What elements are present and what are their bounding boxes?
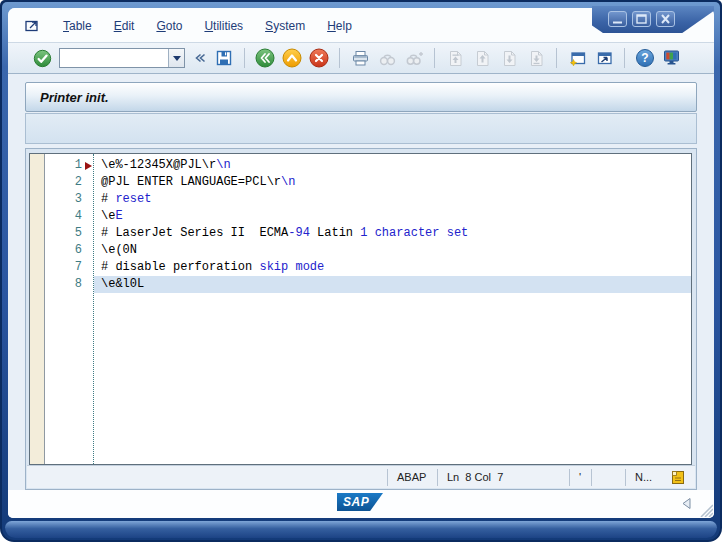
- menu-goto[interactable]: Goto: [145, 17, 193, 35]
- svg-text:?: ?: [641, 51, 648, 65]
- line-number: 4: [46, 208, 82, 225]
- code-text: # disable perforation skip mode: [94, 259, 691, 276]
- text-editor[interactable]: 1\e%-12345X@PJL\r\n2@PJL ENTER LANGUAGE=…: [29, 153, 692, 465]
- enter-check-icon: [33, 49, 52, 68]
- back-icon: [255, 48, 275, 68]
- help-icon: ?: [635, 48, 655, 68]
- code-line[interactable]: 6\e(0N: [30, 242, 691, 259]
- help-button[interactable]: ?: [635, 48, 655, 68]
- code-line[interactable]: 3# reset: [30, 191, 691, 208]
- code-line[interactable]: 4\eE: [30, 208, 691, 225]
- line-number: 5: [46, 225, 82, 242]
- code-line[interactable]: 1\e%-12345X@PJL\r\n: [30, 157, 691, 174]
- command-field[interactable]: [59, 48, 185, 68]
- system-menu-icon[interactable]: [24, 17, 44, 33]
- status-segment: ': [569, 469, 591, 486]
- save-icon: [215, 49, 233, 67]
- enter-button[interactable]: [32, 48, 52, 68]
- monitor-layout-icon: [662, 48, 682, 68]
- double-chevron-left-icon: [193, 50, 207, 66]
- command-dropdown-button[interactable]: [168, 49, 184, 67]
- code-text: \e&l0L: [94, 276, 691, 293]
- standard-toolbar: ?: [8, 42, 714, 74]
- new-session-button[interactable]: [567, 48, 587, 68]
- status-segment: Ln 8 Col 7: [437, 469, 569, 486]
- cancel-x-icon: [309, 48, 329, 68]
- line-number: 2: [46, 174, 82, 191]
- status-segment: ABAP: [387, 469, 437, 486]
- command-input[interactable]: [60, 49, 168, 67]
- cancel-button[interactable]: [309, 48, 329, 68]
- code-text: @PJL ENTER LANGUAGE=PCL\r\n: [94, 174, 691, 191]
- sap-logo-text: SAP: [343, 495, 369, 509]
- status-segments: ABAPLn 8 Col 7'N...: [387, 466, 665, 488]
- client-area: TableEditGotoUtilitiesSystemHelp: [8, 8, 714, 518]
- exit-button[interactable]: [282, 48, 302, 68]
- sap-gui-window: TableEditGotoUtilitiesSystemHelp: [0, 0, 722, 542]
- menu-system[interactable]: System: [254, 17, 316, 35]
- toolbar-separator: [339, 48, 340, 68]
- close-button[interactable]: [656, 11, 675, 27]
- code-line[interactable]: 5# LaserJet Series II ECMA-94 Latin 1 ch…: [30, 225, 691, 242]
- exit-up-icon: [282, 48, 302, 68]
- code-line[interactable]: 7# disable perforation skip mode: [30, 259, 691, 276]
- resize-grip[interactable]: [695, 501, 713, 517]
- minimize-button[interactable]: [608, 11, 627, 27]
- bottom-frame-bar: [5, 521, 717, 538]
- maximize-icon: [633, 12, 650, 26]
- menu-utilities[interactable]: Utilities: [193, 17, 254, 35]
- workspace: Printer init. 1\e%-12345X@PJL\r\n2@PJL E…: [8, 74, 714, 490]
- code-text: # reset: [94, 191, 691, 208]
- last-page-icon: [527, 49, 546, 68]
- first-page-button[interactable]: [445, 48, 465, 68]
- line-number: 8: [46, 276, 82, 293]
- status-segment: [591, 469, 625, 486]
- menu-help[interactable]: Help: [316, 17, 363, 35]
- toolbar-separator: [244, 48, 245, 68]
- code-text: \eE: [94, 208, 691, 225]
- new-session-icon: [568, 49, 587, 68]
- line-number: 6: [46, 242, 82, 259]
- sap-logo: SAP: [337, 493, 383, 511]
- customize-layout-button[interactable]: [662, 48, 682, 68]
- last-page-button[interactable]: [526, 48, 546, 68]
- dropdown-arrow-icon: [173, 56, 181, 61]
- line-number: 7: [46, 259, 82, 276]
- previous-page-button[interactable]: [472, 48, 492, 68]
- previous-page-icon: [473, 49, 492, 68]
- save-button[interactable]: [214, 48, 234, 68]
- back-button[interactable]: [255, 48, 275, 68]
- page-title: Printer init.: [40, 90, 109, 105]
- toolbar-separator: [434, 48, 435, 68]
- next-page-icon: [500, 49, 519, 68]
- line-number: 3: [46, 191, 82, 208]
- code-line[interactable]: 8\e&l0L: [30, 276, 691, 293]
- collapse-command-field-button[interactable]: [192, 48, 207, 68]
- code-line[interactable]: 2@PJL ENTER LANGUAGE=PCL\r\n: [30, 174, 691, 191]
- note-icon: [670, 470, 685, 485]
- maximize-button[interactable]: [632, 11, 651, 27]
- binoculars-plus-icon: [405, 49, 424, 68]
- menu-edit[interactable]: Edit: [103, 17, 146, 35]
- status-segment: N...: [625, 469, 665, 486]
- first-page-icon: [446, 49, 465, 68]
- binoculars-icon: [378, 49, 397, 68]
- toolbar-separator: [624, 48, 625, 68]
- close-icon: [657, 12, 674, 26]
- find-next-button[interactable]: [404, 48, 424, 68]
- find-button[interactable]: [377, 48, 397, 68]
- code-text: \e(0N: [94, 242, 691, 259]
- toolbar-separator: [556, 48, 557, 68]
- menu-table[interactable]: Table: [52, 17, 103, 35]
- minimize-icon: [609, 12, 626, 26]
- editor-statusbar: ABAPLn 8 Col 7'N...: [27, 465, 695, 488]
- next-page-button[interactable]: [499, 48, 519, 68]
- code-text: \e%-12345X@PJL\r\n: [94, 157, 691, 174]
- collapse-statusbar-button[interactable]: [680, 496, 692, 509]
- shortcut-icon: [595, 49, 614, 68]
- line-number: 1: [46, 157, 82, 174]
- create-shortcut-button[interactable]: [594, 48, 614, 68]
- print-button[interactable]: [350, 48, 370, 68]
- line-marker-icon: [85, 162, 92, 170]
- status-footer: SAP: [8, 490, 714, 518]
